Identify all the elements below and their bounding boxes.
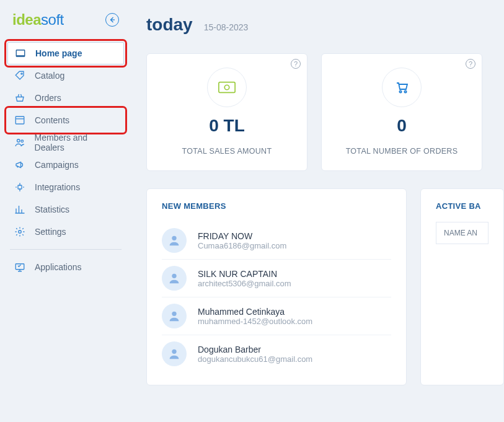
tag-icon (14, 69, 26, 82)
avatar (162, 228, 187, 253)
member-row[interactable]: Muhammed Cetinkaya muhammed-1452@outlook… (162, 297, 391, 335)
arrow-left-icon (108, 16, 116, 24)
panel-active: ACTIVE BA NAME AN (420, 188, 504, 385)
sidebar-item-settings[interactable]: Settings (7, 221, 124, 243)
svg-point-13 (172, 274, 176, 278)
avatar (162, 304, 187, 328)
sidebar-item-label: Orders (35, 93, 61, 103)
svg-point-14 (172, 312, 176, 316)
sidebar-item-orders[interactable]: Orders (7, 87, 124, 109)
sidebar-item-label: Statistics (35, 204, 69, 214)
sidebar-item-contents[interactable]: Contents (7, 109, 124, 131)
member-email: dogukancubukcu61@gmail.com (198, 354, 312, 364)
sidebar-item-statistics[interactable]: Statistics (7, 198, 124, 221)
svg-rect-7 (15, 264, 24, 270)
stat-card-sales: ? 0 TL TOTAL SALES AMOUNT (146, 53, 307, 171)
sidebar-collapse-button[interactable] (105, 13, 119, 27)
svg-point-1 (21, 73, 22, 74)
svg-point-6 (19, 231, 22, 234)
apps-icon (14, 261, 26, 273)
member-email: Cumaa6186@gmail.com (198, 241, 286, 250)
svg-rect-5 (18, 185, 22, 189)
sidebar-item-catalog[interactable]: Catalog (7, 64, 124, 87)
chart-icon (14, 203, 26, 216)
sidebar-item-label: Integrations (35, 182, 80, 192)
member-row[interactable]: FRIDAY NOW Cumaa6186@gmail.com (162, 222, 391, 260)
help-icon[interactable]: ? (466, 59, 475, 69)
sidebar-item-home[interactable]: Home page (7, 42, 124, 64)
member-name: SILK NUR CAPTAIN (198, 269, 291, 279)
sidebar: ideasoft Home page Catalog (0, 0, 131, 422)
users-icon (14, 136, 26, 149)
home-icon (14, 47, 27, 59)
stat-label-orders: TOTAL NUMBER OF ORDERS (346, 147, 458, 156)
sidebar-item-integrations[interactable]: Integrations (7, 176, 124, 198)
sidebar-item-label: Settings (35, 227, 66, 237)
sidebar-item-applications[interactable]: Applications (7, 256, 124, 278)
svg-point-10 (399, 90, 401, 92)
megaphone-icon (14, 159, 26, 171)
panel-new-members: NEW MEMBERS FRIDAY NOW Cumaa6186@gmail.c… (146, 188, 407, 385)
avatar (162, 341, 187, 366)
avatar (162, 266, 187, 291)
sidebar-separator (10, 249, 122, 250)
member-name: Muhammed Cetinkaya (198, 307, 312, 317)
sidebar-nav: Home page Catalog Orders Contents (7, 42, 124, 278)
member-name: FRIDAY NOW (198, 231, 286, 241)
integrations-icon (14, 181, 26, 193)
member-row[interactable]: Dogukan Barber dogukancubukcu61@gmail.co… (162, 335, 391, 372)
member-row[interactable]: SILK NUR CAPTAIN architect5306@gmail.com (162, 260, 391, 297)
window-icon (14, 114, 26, 126)
main-content: today 15-08-2023 ? 0 TL TOTAL SALES AMOU… (131, 0, 504, 422)
svg-point-11 (404, 90, 406, 92)
table-header-cell: NAME AN (436, 222, 489, 244)
panel-title: ACTIVE BA (436, 201, 489, 211)
svg-point-9 (224, 85, 229, 90)
sidebar-item-label: Applications (35, 262, 82, 272)
svg-point-12 (172, 236, 176, 240)
sidebar-item-label: Members and Dealers (35, 133, 118, 152)
stat-value-sales: 0 TL (209, 116, 245, 136)
stat-card-orders: ? 0 TOTAL NUMBER OF ORDERS (321, 53, 482, 171)
member-email: architect5306@gmail.com (198, 279, 291, 288)
cart-icon (382, 68, 422, 107)
sidebar-item-label: Contents (35, 115, 69, 125)
sidebar-item-label: Catalog (35, 71, 64, 81)
member-name: Dogukan Barber (198, 345, 312, 354)
help-icon[interactable]: ? (291, 59, 301, 69)
page-title: today (146, 15, 193, 35)
gear-icon (14, 226, 26, 238)
stat-value-orders: 0 (397, 116, 407, 136)
sidebar-item-campaigns[interactable]: Campaigns (7, 154, 124, 176)
svg-rect-2 (15, 116, 24, 124)
panel-title: NEW MEMBERS (162, 201, 391, 211)
brand-part2: soft (41, 11, 64, 28)
sidebar-item-label: Home page (35, 48, 82, 58)
page-date: 15-08-2023 (204, 22, 249, 32)
svg-rect-8 (219, 82, 235, 93)
svg-point-15 (172, 349, 176, 354)
brand-part1: idea (12, 11, 41, 28)
money-icon (207, 68, 247, 107)
member-email: muhammed-1452@outlook.com (198, 317, 312, 326)
svg-point-3 (17, 139, 20, 143)
sidebar-item-label: Campaigns (35, 160, 79, 170)
stat-label-sales: TOTAL SALES AMOUNT (182, 147, 272, 156)
basket-icon (14, 92, 26, 104)
brand-logo: ideasoft (12, 11, 64, 29)
svg-point-4 (21, 140, 24, 143)
sidebar-item-members[interactable]: Members and Dealers (7, 131, 124, 154)
